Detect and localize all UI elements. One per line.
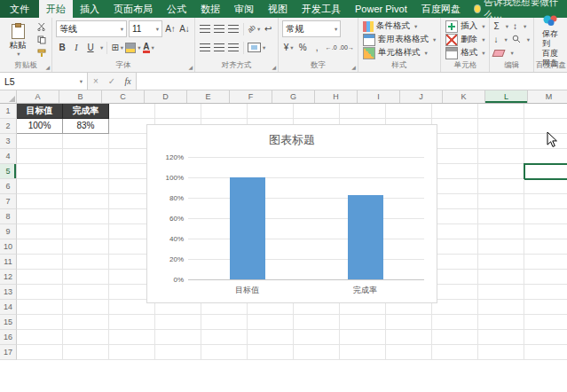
cell-K12[interactable] — [478, 270, 524, 285]
cell-J5[interactable] — [432, 164, 478, 179]
cell-K17[interactable] — [478, 345, 524, 360]
align-center-button[interactable] — [213, 41, 225, 55]
cell-L16[interactable] — [524, 330, 567, 345]
increase-decimal-button[interactable]: ←.0 — [325, 41, 337, 55]
cell-D16[interactable] — [155, 330, 201, 345]
wrap-text-button[interactable]: ↩ — [262, 22, 274, 36]
cell-A7[interactable] — [17, 194, 63, 209]
cancel-icon[interactable]: × — [88, 73, 104, 90]
font-dialog-launcher[interactable] — [188, 65, 193, 70]
cell-J15[interactable] — [432, 315, 478, 330]
cell-K4[interactable] — [478, 149, 524, 164]
cell-I17[interactable] — [386, 345, 432, 360]
cell-K13[interactable] — [478, 285, 524, 300]
cell-B1[interactable]: 完成率 — [63, 104, 109, 119]
delete-cells-button[interactable]: 删除 — [445, 33, 485, 46]
cell-G1[interactable] — [294, 104, 340, 119]
cell-C16[interactable] — [109, 330, 155, 345]
cell-B16[interactable] — [63, 330, 109, 345]
cell-A11[interactable] — [17, 255, 63, 270]
column-header-E[interactable]: E — [187, 90, 230, 103]
number-format-select[interactable]: 常规 — [282, 20, 341, 37]
cell-G15[interactable] — [294, 315, 340, 330]
cell-J3[interactable] — [432, 134, 478, 149]
chart-bar-目标值[interactable] — [230, 177, 265, 279]
cell-I16[interactable] — [386, 330, 432, 345]
row-header-4[interactable]: 4 — [0, 149, 17, 164]
cell-A4[interactable] — [17, 149, 63, 164]
autosum-button[interactable]: Σ — [493, 21, 499, 31]
borders-button[interactable]: ⊞ — [111, 41, 123, 55]
comma-style-button[interactable]: , — [311, 41, 323, 55]
cell-K10[interactable] — [478, 239, 524, 255]
tab-百度网盘[interactable]: 百度网盘 — [414, 0, 468, 18]
percent-style-button[interactable]: % — [296, 41, 309, 55]
tab-公式[interactable]: 公式 — [160, 0, 193, 18]
merge-center-button[interactable] — [248, 41, 265, 55]
underline-button[interactable]: U — [84, 41, 97, 55]
cell-B8[interactable] — [63, 209, 109, 224]
cell-K15[interactable] — [478, 315, 524, 330]
cell-L15[interactable] — [524, 315, 567, 330]
formula-input[interactable] — [136, 73, 567, 90]
cell-B11[interactable] — [63, 255, 109, 270]
cell-A13[interactable] — [17, 285, 63, 300]
cell-E17[interactable] — [201, 345, 248, 360]
cell-B4[interactable] — [63, 149, 109, 164]
font-color-button[interactable]: A — [143, 41, 155, 55]
cell-J6[interactable] — [432, 179, 478, 194]
clipboard-dialog-launcher[interactable] — [45, 65, 50, 70]
row-header-2[interactable]: 2 — [0, 119, 17, 134]
cell-E1[interactable] — [201, 104, 248, 119]
column-header-L[interactable]: L — [485, 90, 528, 103]
baidu-save-button[interactable]: 保存到 百度网盘 — [538, 20, 564, 62]
cell-L14[interactable] — [524, 300, 567, 315]
cell-B2[interactable]: 83% — [63, 119, 109, 134]
cell-L3[interactable] — [524, 134, 567, 149]
row-header-10[interactable]: 10 — [0, 239, 17, 255]
column-header-C[interactable]: C — [102, 90, 145, 103]
cell-D15[interactable] — [155, 315, 201, 330]
cell-L17[interactable] — [524, 345, 567, 360]
name-box[interactable]: L5 — [0, 73, 88, 90]
increase-font-size-button[interactable]: A↑ — [164, 22, 177, 36]
cell-A9[interactable] — [17, 224, 63, 239]
format-painter-button[interactable] — [35, 48, 48, 59]
cell-K6[interactable] — [478, 179, 524, 194]
cell-F17[interactable] — [248, 345, 294, 360]
cell-A2[interactable]: 100% — [17, 119, 63, 134]
cell-L11[interactable] — [524, 255, 567, 270]
cell-G16[interactable] — [294, 330, 340, 345]
column-header-J[interactable]: J — [400, 90, 443, 103]
clear-button[interactable] — [492, 50, 506, 57]
cell-J7[interactable] — [432, 194, 478, 209]
cell-B13[interactable] — [63, 285, 109, 300]
column-header-K[interactable]: K — [443, 90, 485, 103]
cell-B14[interactable] — [63, 300, 109, 315]
column-header-D[interactable]: D — [145, 90, 187, 103]
fill-color-button[interactable] — [125, 41, 140, 55]
cell-H15[interactable] — [340, 315, 386, 330]
sort-filter-button[interactable]: ↕ — [513, 21, 517, 31]
cell-J8[interactable] — [432, 209, 478, 224]
cell-A17[interactable] — [17, 345, 63, 360]
cell-F16[interactable] — [248, 330, 294, 345]
tab-开始[interactable]: 开始 — [39, 0, 73, 18]
number-dialog-launcher[interactable] — [351, 65, 356, 70]
tab-插入[interactable]: 插入 — [73, 0, 106, 18]
cell-C15[interactable] — [109, 315, 155, 330]
cut-button[interactable] — [35, 21, 48, 32]
cell-A8[interactable] — [17, 209, 63, 224]
font-size-select[interactable]: 11 — [129, 20, 162, 37]
cell-I1[interactable] — [386, 104, 432, 119]
cell-H17[interactable] — [340, 345, 386, 360]
chart[interactable]: 图表标题 120%100%80%60%40%20%0%目标值完成率 — [146, 124, 437, 303]
tab-数据[interactable]: 数据 — [193, 0, 227, 18]
row-header-13[interactable]: 13 — [0, 285, 17, 300]
cell-D1[interactable] — [155, 104, 201, 119]
cell-L4[interactable] — [524, 149, 567, 164]
alignment-dialog-launcher[interactable] — [272, 65, 277, 70]
cell-K2[interactable] — [478, 119, 524, 134]
row-header-17[interactable]: 17 — [0, 345, 17, 360]
cell-I15[interactable] — [386, 315, 432, 330]
